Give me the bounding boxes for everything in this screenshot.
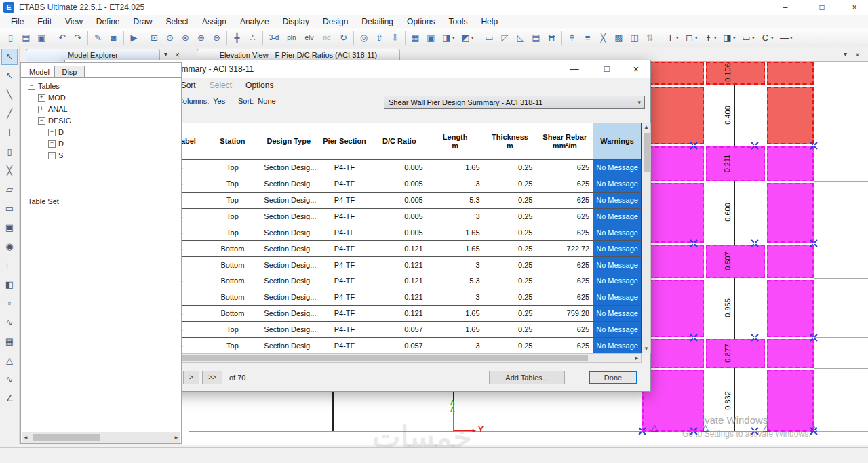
- wall-pier-magenta-4[interactable]: [767, 183, 814, 243]
- table-cell[interactable]: Section Desig...: [260, 160, 317, 176]
- table-cell[interactable]: 0.25: [484, 209, 537, 225]
- table-cell[interactable]: 0.25: [484, 273, 537, 289]
- table-cell[interactable]: Section Desig...: [260, 338, 317, 354]
- draw-line-icon[interactable]: ╲: [1, 87, 18, 103]
- tree-item-d[interactable]: +D: [48, 138, 64, 149]
- table-cell[interactable]: 0.005: [372, 176, 427, 193]
- table-cell[interactable]: P4-TF: [317, 224, 372, 241]
- draw-tower-icon[interactable]: △: [1, 353, 18, 369]
- run-analysis-icon[interactable]: ▶: [126, 31, 142, 45]
- table-cell[interactable]: 0.25: [484, 322, 537, 338]
- chevron-down-icon[interactable]: ▾: [752, 35, 757, 41]
- named-display-icon[interactable]: nd: [318, 31, 336, 45]
- table-cell[interactable]: P4-TF: [317, 257, 372, 273]
- draw-column-icon[interactable]: ▯: [1, 144, 18, 160]
- table-cell[interactable]: 0.121: [372, 289, 427, 306]
- table-cell[interactable]: 3: [427, 289, 484, 306]
- draw-link-icon[interactable]: ∿: [1, 315, 18, 331]
- header-cell-d-c-ratio[interactable]: D/C Ratio: [372, 123, 427, 160]
- rubber-band-zoom-icon[interactable]: ⊡: [146, 31, 162, 45]
- draw-special-joint-icon[interactable]: ╱: [1, 106, 18, 122]
- table-cell[interactable]: 5.3: [427, 193, 484, 209]
- table-cell[interactable]: 625: [536, 160, 593, 176]
- draw-area-dot-icon[interactable]: ▣: [1, 220, 18, 236]
- expand-node-icon[interactable]: +: [38, 94, 45, 102]
- wall-pier-red-2[interactable]: [642, 87, 704, 144]
- open-file-icon[interactable]: ▤: [18, 31, 34, 45]
- table-cell[interactable]: 0.005: [372, 193, 427, 209]
- table-cell[interactable]: 0.25: [484, 160, 537, 176]
- table-cell[interactable]: 0.121: [372, 257, 427, 273]
- collapse-node-icon[interactable]: −: [38, 117, 45, 125]
- table-cell[interactable]: Section Desig...: [260, 224, 317, 241]
- zoom-in-icon[interactable]: ⊕: [193, 31, 209, 45]
- wall-pier-magenta-4[interactable]: [642, 183, 704, 243]
- wall-pier-magenta-3[interactable]: [767, 146, 814, 181]
- menu-help[interactable]: Help: [474, 15, 505, 28]
- tree-item-s[interactable]: −S: [48, 150, 63, 161]
- tree-item-anal[interactable]: +ANAL: [38, 104, 68, 115]
- table-cell[interactable]: Bottom: [205, 306, 261, 322]
- done-button[interactable]: Done: [589, 371, 637, 384]
- table-cell[interactable]: Section Desig...: [260, 176, 317, 193]
- menu-assign[interactable]: Assign: [195, 15, 233, 28]
- reshape-object-icon[interactable]: ↖: [1, 68, 18, 84]
- table-cell[interactable]: 0.121: [372, 306, 427, 322]
- draw-dimension-icon[interactable]: ∠: [1, 390, 18, 407]
- table-cell[interactable]: 625: [536, 176, 593, 193]
- window-close-button[interactable]: ×: [841, 0, 868, 15]
- wall-pier-magenta-3[interactable]: [642, 146, 704, 181]
- view-close-icon[interactable]: ×: [855, 50, 860, 60]
- wall-pier-magenta-8[interactable]: [767, 370, 814, 432]
- model-explorer-hscrollbar[interactable]: ◄ ►: [22, 432, 180, 443]
- header-cell-pier-section[interactable]: Pier Section: [317, 123, 372, 160]
- expand-node-icon[interactable]: +: [38, 106, 45, 113]
- menu-options[interactable]: Options: [400, 15, 441, 28]
- draw-tendon-icon[interactable]: ∿: [1, 371, 18, 388]
- object-view-icon[interactable]: ◎: [356, 31, 372, 45]
- table-cell[interactable]: Section Desig...: [260, 322, 317, 338]
- table-cell[interactable]: Section Desig...: [260, 306, 317, 322]
- scroll-down-icon[interactable]: ▼: [642, 346, 650, 352]
- lock-model-icon[interactable]: ◙: [106, 31, 121, 45]
- table-vertical-scrollbar[interactable]: ▲ ▼: [642, 123, 651, 353]
- view-collapse-icon[interactable]: ▾: [844, 50, 847, 58]
- record-next-button[interactable]: >: [183, 371, 199, 384]
- edit-icon[interactable]: ✎: [90, 31, 106, 45]
- table-cell[interactable]: No Message: [593, 160, 641, 176]
- table-cell[interactable]: Bottom: [205, 289, 261, 306]
- menu-select[interactable]: Select: [159, 15, 195, 28]
- table-cell[interactable]: 0.25: [484, 176, 537, 193]
- table-cell[interactable]: Top: [205, 209, 261, 225]
- table-cell[interactable]: P4-TF: [317, 338, 372, 354]
- wall-pier-magenta-6[interactable]: [767, 280, 814, 337]
- chevron-down-icon[interactable]: ▾: [676, 35, 682, 41]
- draw-rect-icon[interactable]: ▭: [481, 31, 497, 45]
- table-cell[interactable]: P4-TF: [317, 289, 372, 306]
- draw-grid-icon[interactable]: ▦: [1, 334, 18, 350]
- collapse-node-icon[interactable]: −: [28, 83, 35, 90]
- draw-wall-l-icon[interactable]: ∟: [1, 258, 18, 274]
- draw-frame-icon[interactable]: Ħ: [544, 31, 559, 45]
- shell-icon[interactable]: ▩: [611, 31, 627, 45]
- menu-file[interactable]: File: [4, 15, 31, 28]
- header-cell-length[interactable]: Lengthm: [427, 123, 484, 160]
- window-minimize-button[interactable]: –: [772, 0, 799, 15]
- menu-tools[interactable]: Tools: [441, 15, 474, 28]
- draw-beam-icon[interactable]: I: [1, 125, 18, 141]
- table-cell[interactable]: 0.005: [372, 224, 427, 241]
- vscroll-thumb[interactable]: [644, 133, 650, 172]
- table-cell[interactable]: No Message: [593, 224, 641, 241]
- header-cell-design-type[interactable]: Design Type: [260, 123, 317, 160]
- scroll-right-icon[interactable]: ►: [174, 435, 179, 441]
- table-cell[interactable]: P4-TF: [317, 176, 372, 193]
- header-cell-thickness[interactable]: Thicknessm: [484, 123, 537, 160]
- table-cell[interactable]: 3: [427, 257, 484, 273]
- chevron-down-icon[interactable]: ▾: [452, 35, 458, 41]
- table-cell[interactable]: P4-TF: [317, 160, 372, 176]
- menu-draw[interactable]: Draw: [127, 15, 159, 28]
- draw-brace-icon[interactable]: ╳: [1, 163, 18, 179]
- menu-design[interactable]: Design: [316, 15, 355, 28]
- table-cell[interactable]: 0.121: [372, 241, 427, 257]
- header-cell-warnings[interactable]: Warnings: [593, 123, 641, 160]
